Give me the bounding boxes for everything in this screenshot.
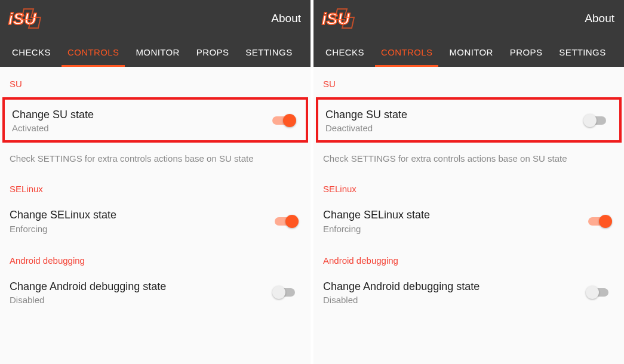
pref-subtitle: Disabled	[10, 295, 272, 305]
tab-settings[interactable]: SETTINGS	[237, 37, 300, 67]
section-su-header: SU	[0, 67, 311, 92]
content-area: SU Change SU state Deactivated Check SET…	[313, 67, 624, 364]
app-logo-icon: iSU	[5, 5, 43, 32]
section-adb-header: Android debugging	[0, 243, 311, 269]
pref-text: Change Android debugging state Disabled	[323, 280, 586, 305]
section-su-header: SU	[313, 67, 624, 92]
app-header: iSU About	[0, 0, 311, 37]
toggle-adb[interactable]	[586, 285, 612, 300]
pref-text: Change SELinux state Enforcing	[323, 208, 586, 233]
pref-title: Change SU state	[325, 108, 583, 122]
pref-change-adb-state[interactable]: Change Android debugging state Disabled	[0, 269, 311, 314]
tab-bar: CHECKS CONTROLS MONITOR PROPS SETTINGS	[0, 37, 311, 67]
pref-text: Change SELinux state Enforcing	[10, 208, 272, 233]
pref-change-selinux-state[interactable]: Change SELinux state Enforcing	[313, 198, 624, 243]
pref-change-selinux-state[interactable]: Change SELinux state Enforcing	[0, 198, 311, 243]
pref-subtitle: Enforcing	[10, 224, 272, 234]
pref-title: Change SELinux state	[10, 208, 272, 222]
pref-title: Change Android debugging state	[323, 280, 586, 294]
about-link[interactable]: About	[585, 12, 617, 25]
tab-checks[interactable]: CHECKS	[4, 37, 59, 67]
tab-props[interactable]: PROPS	[502, 37, 551, 67]
content-area: SU Change SU state Activated Check SETTI…	[0, 67, 311, 364]
tab-bar: CHECKS CONTROLS MONITOR PROPS SETTINGS	[313, 37, 624, 67]
pane-right: iSU About CHECKS CONTROLS MONITOR PROPS …	[313, 0, 624, 364]
section-selinux-header: SELinux	[0, 172, 311, 198]
su-info-line: Check SETTINGS for extra controls action…	[313, 147, 624, 172]
pref-subtitle: Activated	[12, 123, 270, 133]
pref-text: Change SU state Activated	[12, 108, 270, 133]
pref-subtitle: Disabled	[323, 295, 586, 305]
pref-text: Change Android debugging state Disabled	[10, 280, 272, 305]
su-info-line: Check SETTINGS for extra controls action…	[0, 147, 311, 172]
app-logo-icon: iSU	[318, 5, 356, 32]
app-header: iSU About	[313, 0, 624, 37]
pref-subtitle: Enforcing	[323, 224, 586, 234]
section-adb-header: Android debugging	[313, 243, 624, 269]
tab-props[interactable]: PROPS	[188, 37, 238, 67]
about-link[interactable]: About	[271, 12, 303, 25]
pref-title: Change SU state	[12, 108, 270, 122]
tab-checks[interactable]: CHECKS	[317, 37, 373, 67]
pref-change-su-state[interactable]: Change SU state Activated	[2, 97, 308, 143]
toggle-selinux[interactable]	[586, 214, 612, 229]
toggle-su[interactable]	[583, 113, 610, 128]
tab-controls[interactable]: CONTROLS	[373, 37, 441, 67]
tab-monitor[interactable]: MONITOR	[441, 37, 501, 67]
pref-title: Change Android debugging state	[10, 280, 272, 294]
tab-monitor[interactable]: MONITOR	[127, 37, 187, 67]
pane-left: iSU About CHECKS CONTROLS MONITOR PROPS …	[0, 0, 311, 364]
toggle-su[interactable]	[270, 113, 296, 128]
toggle-selinux[interactable]	[272, 214, 299, 229]
tab-controls[interactable]: CONTROLS	[59, 37, 128, 67]
pref-title: Change SELinux state	[323, 208, 586, 222]
section-selinux-header: SELinux	[313, 172, 624, 198]
pref-text: Change SU state Deactivated	[325, 108, 583, 133]
pref-change-su-state[interactable]: Change SU state Deactivated	[316, 97, 622, 143]
toggle-adb[interactable]	[272, 285, 299, 300]
tab-settings[interactable]: SETTINGS	[551, 37, 614, 67]
pref-subtitle: Deactivated	[325, 123, 583, 133]
pref-change-adb-state[interactable]: Change Android debugging state Disabled	[313, 269, 624, 314]
